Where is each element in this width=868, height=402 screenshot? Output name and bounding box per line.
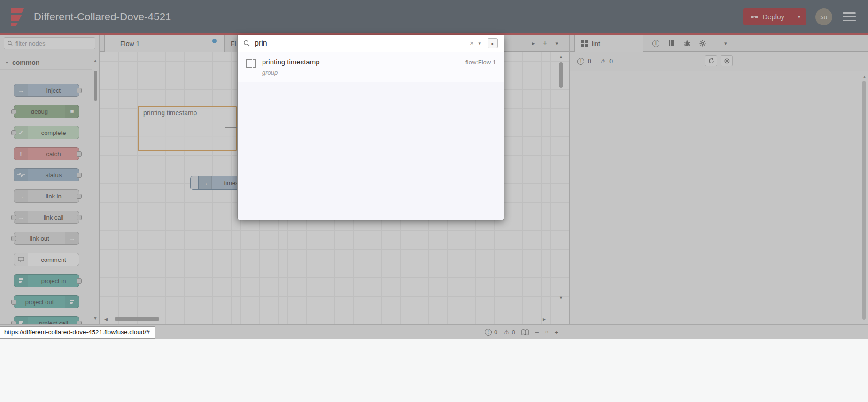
search-clear-button[interactable]: ×	[470, 39, 473, 47]
result-type: group	[262, 69, 459, 76]
search-result-text: printing timestamp group	[262, 58, 459, 76]
search-result-item[interactable]: printing timestamp group flow:Flow 1	[238, 52, 504, 82]
search-history-button[interactable]: ▾	[478, 40, 481, 47]
node-red-editor: Different-Collared-Dove-4521 Deploy ▾ su	[0, 0, 868, 402]
search-dialog: × ▾ ▸ printing timestamp group flow:Flow…	[237, 35, 504, 220]
result-title: printing timestamp	[262, 58, 459, 66]
status-url-tooltip: https://different-collared-dove-4521.flo…	[0, 326, 155, 339]
result-flow-label: flow:Flow 1	[465, 59, 496, 76]
group-icon	[246, 59, 256, 68]
search-icon	[243, 40, 250, 47]
search-results: printing timestamp group flow:Flow 1	[238, 52, 504, 220]
search-input-row: × ▾ ▸	[238, 35, 504, 52]
search-options-button[interactable]: ▸	[488, 38, 498, 48]
search-input[interactable]	[255, 39, 465, 47]
